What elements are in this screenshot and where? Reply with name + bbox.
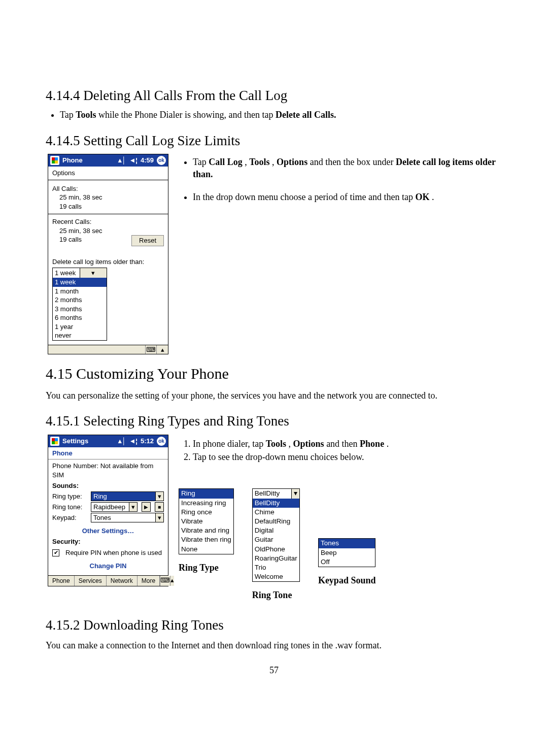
popup-item[interactable]: Welcome bbox=[253, 572, 299, 581]
tab-network[interactable]: Network bbox=[107, 576, 138, 586]
status-area: ▴│ ◄¦ 4:59 ok bbox=[118, 156, 166, 165]
heading-4-15-1: 4.15.1 Selecting Ring Types and Ring Ton… bbox=[46, 412, 502, 430]
title-bar: Phone ▴│ ◄¦ 4:59 ok bbox=[48, 154, 168, 167]
popup-item[interactable]: None bbox=[179, 545, 233, 554]
app-title: Settings bbox=[62, 437, 88, 446]
dropdown-item[interactable]: never bbox=[53, 331, 107, 340]
dropdown-list[interactable]: 1 week 1 month 2 months 3 months 6 month… bbox=[53, 278, 107, 340]
clock: 4:59 bbox=[141, 156, 154, 165]
popup-item[interactable]: Beep bbox=[319, 548, 375, 557]
popup-item[interactable]: Tones bbox=[319, 539, 375, 548]
text-bold: Call Log bbox=[209, 157, 243, 167]
body-4-15-2: You can make a connection to the Interne… bbox=[46, 639, 502, 651]
dropdown-ring-tone[interactable]: Rapidbeep ▾ bbox=[91, 502, 138, 512]
tab-phone[interactable]: Phone bbox=[48, 576, 75, 586]
tab-bar: Phone Services Network More ⌨ ▴ bbox=[48, 575, 168, 586]
caption-ring-type: Ring Type bbox=[179, 562, 234, 574]
popup-ring-type[interactable]: Ring Increasing ring Ring once Vibrate V… bbox=[179, 488, 234, 554]
popup-keypad-sound[interactable]: Tones Beep Off bbox=[318, 538, 376, 567]
tab-more[interactable]: More bbox=[138, 576, 160, 586]
intro-4-15: You can personalize the setting of your … bbox=[46, 389, 502, 402]
status-area: ▴│ ◄¦ 5:12 ok bbox=[118, 437, 166, 446]
popup-item[interactable]: Vibrate bbox=[179, 517, 233, 526]
popup-item[interactable]: Vibrate then ring bbox=[179, 535, 233, 544]
label-require-pin: Require PIN when phone is used bbox=[65, 548, 162, 557]
dropdown-item[interactable]: 1 month bbox=[53, 287, 107, 296]
up-icon[interactable]: ▴ bbox=[170, 576, 174, 586]
value-all-duration: 25 min, 38 sec bbox=[52, 193, 164, 202]
text: and then the box under bbox=[310, 157, 396, 167]
ok-button[interactable]: ok bbox=[157, 437, 166, 446]
popup-item[interactable]: Increasing ring bbox=[179, 499, 233, 508]
popup-item[interactable]: Digital bbox=[253, 526, 299, 535]
dropdown-value: 1 week bbox=[53, 268, 80, 278]
label-recent-calls: Recent Calls: bbox=[52, 217, 164, 226]
popup-item[interactable]: Chime bbox=[253, 508, 299, 517]
chevron-down-icon: ▾ bbox=[129, 503, 137, 511]
speaker-icon: ◄¦ bbox=[129, 437, 138, 446]
section-security: Security: bbox=[52, 537, 164, 546]
label-delete-older: Delete call log items older than: bbox=[52, 257, 164, 267]
label-ring-type: Ring type: bbox=[52, 492, 88, 501]
dropdown-value: BellDitty bbox=[253, 489, 291, 498]
list-item: Tap to see the drop-down menu choices be… bbox=[193, 451, 502, 463]
dropdown-ring-type[interactable]: Ring ▾ bbox=[91, 491, 164, 501]
dropdown-item[interactable]: 3 months bbox=[53, 305, 107, 314]
dropdown-item[interactable]: 1 year bbox=[53, 322, 107, 332]
page-number: 57 bbox=[46, 664, 502, 676]
heading-4-15: 4.15 Customizing Your Phone bbox=[46, 364, 502, 384]
signal-icon: ▴│ bbox=[118, 437, 126, 446]
text: Tap bbox=[193, 157, 209, 167]
reset-button[interactable]: Reset bbox=[131, 235, 164, 246]
popup-item[interactable]: BellDitty bbox=[253, 499, 299, 508]
dropdown-age[interactable]: 1 week ▾ 1 week 1 month 2 months 3 month… bbox=[52, 268, 107, 341]
ok-button[interactable]: ok bbox=[157, 156, 166, 165]
tab-services[interactable]: Services bbox=[75, 576, 107, 586]
label-all-calls: All Calls: bbox=[52, 184, 164, 193]
value-recent-duration: 25 min, 38 sec bbox=[52, 226, 164, 236]
text: . bbox=[432, 192, 434, 202]
popup-item[interactable]: Off bbox=[319, 557, 375, 567]
chevron-down-icon: ▾ bbox=[80, 268, 107, 278]
speaker-icon: ◄¦ bbox=[129, 156, 138, 165]
up-icon[interactable]: ▴ bbox=[157, 345, 168, 354]
figure-settings-phone: Settings ▴│ ◄¦ 5:12 ok Phone Phone Numbe… bbox=[48, 435, 168, 587]
text: In the drop down menu choose a period of… bbox=[193, 192, 415, 202]
popup-item[interactable]: Trio bbox=[253, 563, 299, 572]
list-item: In the drop down menu choose a period of… bbox=[193, 191, 502, 203]
popup-item[interactable]: DefaultRing bbox=[253, 517, 299, 526]
popup-item[interactable]: RoaringGuitar bbox=[253, 554, 299, 563]
steps-4-15-1: In phone dialer, tap Tools , Options and… bbox=[179, 438, 502, 464]
keyboard-icon[interactable]: ⌨ bbox=[160, 576, 170, 586]
label-keypad: Keypad: bbox=[52, 513, 88, 522]
menu-options: Options bbox=[48, 167, 168, 180]
caption-keypad-sound: Keypad Sound bbox=[318, 574, 376, 586]
popup-item[interactable]: Guitar bbox=[253, 535, 299, 544]
keyboard-icon[interactable]: ⌨ bbox=[146, 345, 157, 354]
popup-item[interactable]: Ring bbox=[179, 489, 233, 498]
dropdown-keypad[interactable]: Tones ▾ bbox=[91, 513, 164, 522]
heading-4-15-2: 4.15.2 Downloading Ring Tones bbox=[46, 616, 502, 634]
stop-button[interactable]: ■ bbox=[155, 502, 164, 512]
signal-icon: ▴│ bbox=[118, 156, 126, 165]
dropdown-item[interactable]: 1 week bbox=[53, 278, 107, 287]
dropdown-item[interactable]: 2 months bbox=[53, 295, 107, 305]
popup-ring-tone[interactable]: BellDitty ▾ BellDitty Chime DefaultRing … bbox=[252, 488, 300, 582]
heading-4-14-5: 4.14.5 Setting Call Log Size Limits bbox=[46, 132, 502, 150]
dropdown-item[interactable]: 6 months bbox=[53, 313, 107, 322]
caption-ring-tone: Ring Tone bbox=[252, 589, 300, 601]
windows-logo-icon bbox=[50, 437, 59, 446]
link-change-pin[interactable]: Change PIN bbox=[52, 562, 164, 571]
section-sounds: Sounds: bbox=[52, 481, 164, 490]
link-other-settings[interactable]: Other Settings… bbox=[52, 527, 164, 536]
checkbox-require-pin[interactable]: ✔ bbox=[52, 549, 59, 556]
app-title: Phone bbox=[62, 156, 83, 165]
popup-item[interactable]: OldPhone bbox=[253, 545, 299, 554]
text-bold: OK bbox=[415, 192, 429, 202]
popup-item[interactable]: Vibrate and ring bbox=[179, 526, 233, 535]
text-bold: Tools bbox=[249, 157, 269, 167]
text-bold: Tools bbox=[76, 110, 96, 120]
play-button[interactable]: ▶ bbox=[142, 502, 151, 512]
chevron-down-icon: ▾ bbox=[155, 492, 163, 501]
popup-item[interactable]: Ring once bbox=[179, 508, 233, 517]
